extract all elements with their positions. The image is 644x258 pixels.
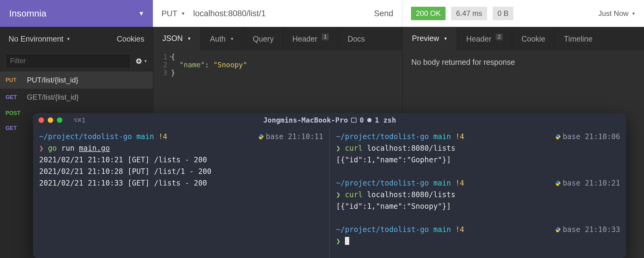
request-item[interactable]: PUTPUT/list/{list_id} (0, 72, 153, 89)
svg-rect-1 (351, 118, 356, 122)
method-label: PUT (161, 9, 177, 18)
terminal-pane-right[interactable]: ~/project/todolist-go main !4base 21:10:… (330, 127, 626, 258)
resp-header-count-badge: 2 (496, 34, 503, 40)
request-item[interactable]: GETGET/list/{list_id} (0, 89, 153, 106)
method-dropdown[interactable]: PUT ▼ (161, 9, 185, 18)
add-request-button[interactable]: ▼ (136, 58, 147, 64)
request-name: GET/list/{list_id} (27, 93, 79, 101)
svg-point-2 (367, 118, 372, 122)
method-badge: PUT (6, 77, 21, 83)
chevron-down-icon: ▼ (144, 59, 147, 63)
pane-icon (351, 118, 357, 123)
chevron-down-icon: ▼ (66, 37, 70, 41)
chevron-down-icon: ▼ (181, 11, 185, 16)
history-dropdown[interactable]: Just Now ▼ (598, 9, 635, 18)
terminal-shortcut-hint: ⌥⌘1 (73, 116, 86, 124)
cookies-button[interactable]: Cookies (117, 35, 144, 43)
chevron-down-icon: ▼ (443, 36, 448, 41)
tab-cookie[interactable]: Cookie (512, 27, 555, 50)
history-time: Just Now (598, 9, 628, 18)
workspace-dropdown[interactable]: Insomnia ▼ (0, 0, 153, 27)
chevron-down-icon: ▼ (631, 11, 635, 16)
minimize-icon[interactable] (48, 117, 53, 123)
method-badge: POST (6, 110, 21, 116)
chevron-down-icon: ▼ (187, 36, 191, 41)
environment-dropdown[interactable]: No Environment ▼ (9, 35, 70, 43)
method-badge: GET (6, 125, 21, 131)
workspace-name: Insomnia (9, 8, 46, 19)
tab-resp-header[interactable]: Header2 (457, 27, 512, 50)
cursor-icon (345, 237, 349, 245)
tab-query[interactable]: Query (244, 27, 283, 50)
tab-preview[interactable]: Preview ▼ (403, 27, 457, 50)
filter-input[interactable] (6, 53, 131, 68)
terminal-titlebar[interactable]: ⌥⌘1 Jongmins-MacBook-Pro 0 1 zsh (33, 113, 626, 127)
chevron-down-icon: ▼ (230, 36, 234, 41)
response-summary: 200 OK 6.47 ms 0 B Just Now ▼ (402, 0, 644, 27)
tab-docs[interactable]: Docs (338, 27, 374, 50)
terminal-window: ⌥⌘1 Jongmins-MacBook-Pro 0 1 zsh ~/proje… (33, 113, 626, 258)
tab-auth[interactable]: Auth ▼ (201, 27, 244, 50)
status-badge[interactable]: 200 OK (411, 7, 446, 20)
header-count-badge: 1 (322, 34, 329, 40)
tab-body[interactable]: JSON ▼ (153, 27, 201, 50)
response-body-message: No body returned for response (411, 58, 635, 67)
time-badge[interactable]: 6.47 ms (451, 7, 487, 20)
url-input[interactable]: localhost:8080/list/1 (193, 9, 366, 18)
terminal-pane-left[interactable]: ~/project/todolist-go main !4base 21:10:… (33, 127, 330, 258)
method-badge: GET (6, 94, 21, 101)
active-pane-icon (367, 118, 372, 123)
send-button[interactable]: Send (374, 9, 393, 18)
tab-header[interactable]: Header1 (283, 27, 338, 50)
request-name: PUT/list/{list_id} (27, 76, 78, 84)
size-badge[interactable]: 0 B (493, 7, 513, 20)
close-icon[interactable] (39, 117, 44, 123)
tab-timeline[interactable]: Timeline (555, 27, 602, 50)
terminal-title: Jongmins-MacBook-Pro 0 1 zsh (263, 116, 396, 124)
environment-label: No Environment (9, 35, 63, 43)
chevron-down-icon: ▼ (138, 10, 144, 17)
maximize-icon[interactable] (57, 117, 62, 123)
plus-circle-icon (136, 58, 142, 64)
url-bar: PUT ▼ localhost:8080/list/1 Send (153, 0, 402, 27)
